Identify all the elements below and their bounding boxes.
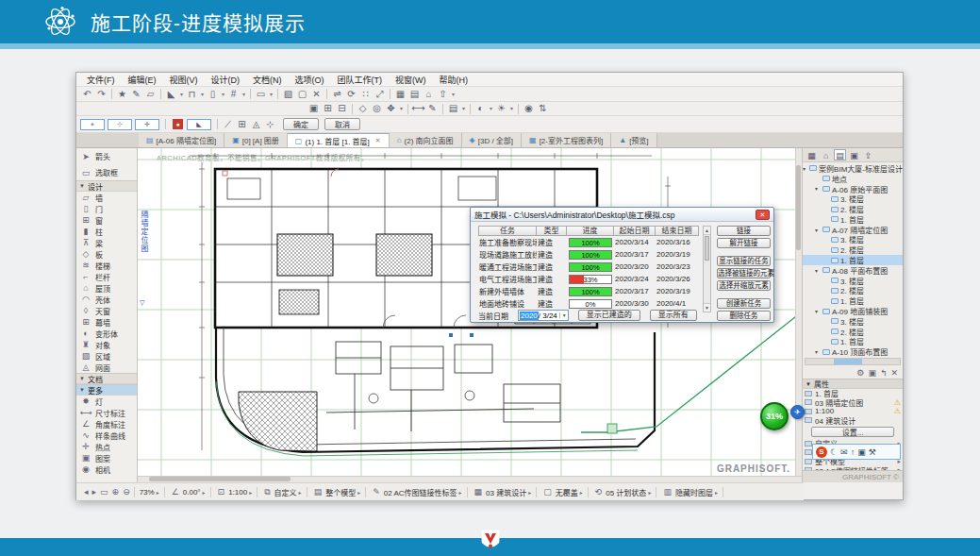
menu-设计[interactable]: 设计(D) (205, 74, 247, 86)
tree-item[interactable]: 2. 楼层 (803, 286, 903, 296)
dropdown-caret-icon[interactable]: ▾ (220, 88, 226, 101)
tool-变形体[interactable]: ◐变形体 (76, 328, 137, 339)
grid-snap-icon[interactable]: ⊞ (321, 102, 335, 115)
story-icon[interactable]: ⊟ (335, 102, 349, 115)
table-scrollbar[interactable]: ▲▼ (703, 226, 711, 312)
menu-视窗[interactable]: 视窗(W) (389, 74, 433, 86)
show-all-button[interactable]: 显示所有 (650, 310, 697, 321)
s-logo-icon[interactable]: S (816, 446, 827, 458)
zoom-out-icon[interactable]: ⊖ (123, 487, 130, 497)
toolbox-section-文档[interactable]: ▼文档 (76, 373, 137, 384)
canvas-vertical-scrollbar[interactable] (795, 148, 802, 482)
tree-item[interactable]: ▾A-07 隔墙定位图 (803, 225, 903, 235)
zoom-fit-icon[interactable]: ▭ (100, 487, 108, 497)
tool-网面[interactable]: ◬网面 (76, 362, 137, 373)
view-tab[interactable]: ▣[0] [A] 图册 (224, 133, 288, 147)
column-header[interactable]: 进度 (567, 226, 614, 236)
table-row[interactable]: 电气工程进场施工建造33%2020/3/242020/3/26 (478, 273, 699, 285)
wall-tool-icon[interactable]: ◣ (164, 88, 178, 101)
snap-field[interactable]: ◣ (187, 119, 211, 130)
column-header[interactable]: 任务 (478, 226, 537, 236)
close-icon[interactable]: ✕ (756, 210, 770, 220)
orbit-icon[interactable]: ◎ (370, 102, 384, 115)
tracker-field[interactable]: ⌖ (80, 119, 105, 130)
dialog-button-选择被链接的元素[interactable]: 选择被链接的元素 (717, 268, 771, 278)
mirror-icon[interactable]: ⇌ (330, 88, 344, 101)
structure-display[interactable]: ▤整个模型▸ (312, 487, 361, 497)
settings-button[interactable]: 设置... (811, 427, 894, 437)
multiply-icon[interactable]: ∷ (358, 88, 373, 101)
dialog-button-解开链接[interactable]: 解开链接 (717, 238, 771, 248)
up-level-icon[interactable]: ↰ (880, 368, 888, 378)
tool-尺寸标注[interactable]: ⟷尺寸标注 (76, 407, 137, 418)
tree-root[interactable]: ▾案例BIM大厦-标准层设计 (803, 163, 903, 174)
tree-item[interactable]: 1. 首层 (803, 337, 903, 347)
home-icon[interactable]: ⌂ (422, 88, 436, 101)
snap-grid-icon[interactable]: ⊞ (235, 118, 249, 131)
ungroup-icon[interactable]: ▤ (407, 88, 422, 101)
table-row[interactable]: 现场道路施工放线建造100%2020/3/172020/3/19 (478, 248, 699, 261)
tool-样条曲线[interactable]: ∿样条曲线 (76, 430, 137, 441)
tool-选取框[interactable]: ▭选取框 (76, 164, 137, 180)
mail-icon[interactable]: ✉ (840, 446, 848, 458)
eraser-icon[interactable]: ▱ (143, 88, 158, 101)
dialog-button-链接[interactable]: 链接 (717, 226, 771, 236)
tree-item[interactable]: ▾A-10 顶面布置图 (803, 346, 903, 357)
dropdown-caret-icon[interactable]: ▾ (199, 88, 206, 101)
view-tab[interactable]: ▲[预览] (611, 133, 656, 147)
tool-对象[interactable]: ♜对象 (76, 339, 137, 350)
scale[interactable]: ⊡1:100▸ (216, 487, 253, 497)
tree-item[interactable]: 3. 楼层 (803, 276, 903, 286)
dialog-button-创建新任务[interactable]: 创建新任务 (717, 298, 771, 309)
graphic-override[interactable]: ▢无覆盖▸ (541, 487, 583, 497)
dropdown-caret-icon[interactable]: ▾ (450, 88, 457, 101)
tool-柱[interactable]: ▮柱 (76, 226, 137, 237)
new-folder-icon[interactable]: ▣ (868, 368, 876, 378)
cancel-button[interactable]: 取消 (324, 118, 360, 130)
grid-tool-icon[interactable]: # (226, 88, 241, 101)
guides-icon[interactable]: ⟋ (221, 118, 235, 131)
dropdown-caret-icon[interactable]: ▾ (460, 102, 467, 115)
dropdown-caret-icon[interactable]: ▾ (508, 102, 515, 115)
tree-item[interactable]: 2. 楼层 (803, 204, 903, 214)
delete-icon[interactable]: ✕ (890, 368, 898, 378)
tool-楼梯[interactable]: ≋楼梯 (76, 260, 137, 271)
group-icon[interactable]: ▦ (393, 88, 407, 101)
dropdown-caret-icon[interactable]: ▾ (488, 102, 494, 115)
property-row[interactable]: 1:100⚠ (803, 407, 903, 416)
publisher-icon[interactable]: ⇪ (862, 149, 874, 160)
view-tab[interactable]: ▤[A-06 隔墙定位图] (139, 133, 224, 147)
ok-button[interactable]: 确定 (283, 118, 319, 130)
pan-right-icon[interactable]: ▸ (92, 487, 97, 497)
properties-header[interactable]: ▼属性 (803, 379, 903, 389)
menu-选项[interactable]: 选项(O) (289, 74, 331, 86)
wrench-icon[interactable]: ⚒ (869, 446, 876, 458)
tree-item[interactable]: 地点 (803, 174, 903, 184)
dropdown-caret-icon[interactable]: ▾ (268, 88, 274, 101)
tree-item[interactable]: 1. 首层 (803, 295, 903, 306)
tool-屋顶[interactable]: ⌂屋顶 (76, 282, 137, 294)
model-view-options[interactable]: ▦03 建筑设计▸ (473, 487, 532, 497)
coords-icon[interactable]: ⊹ (263, 118, 277, 131)
beam-tool-icon[interactable]: ⊓ (185, 88, 199, 101)
rect-tool-icon[interactable]: ▭ (254, 88, 268, 101)
column-header[interactable]: 起始日期 (614, 226, 656, 236)
tree-item[interactable]: 3. 楼层 (803, 235, 903, 245)
zoom-level[interactable]: 73%▸ (140, 488, 159, 497)
magnet-icon[interactable]: ◬ (249, 118, 263, 131)
dimension-icon[interactable]: ⟷ (411, 102, 425, 115)
renovation-filter[interactable]: ⟲05 计划状态▸ (593, 487, 652, 497)
dropdown-caret-icon[interactable]: ▾ (241, 88, 247, 101)
walk-icon[interactable]: ✥ (384, 102, 398, 115)
project-map-icon[interactable]: ⌂ (820, 149, 832, 160)
upload-icon[interactable]: ↑ (851, 446, 855, 458)
tool-幕墙[interactable]: ⊞幕墙 (76, 316, 137, 328)
tool-梁[interactable]: ⊼梁 (76, 237, 137, 248)
moon-icon[interactable]: ☾ (830, 446, 838, 458)
tree-item[interactable]: 3. 楼层 (803, 316, 903, 327)
view-tab[interactable]: ⌂(2) 南向立面图 (390, 133, 462, 147)
close-x-icon[interactable]: ✕ (309, 88, 324, 101)
tool-箭头[interactable]: ➤箭头 (76, 148, 137, 164)
tree-item[interactable]: 1. 首层 (803, 255, 903, 265)
publish-icon[interactable]: ⇧ (436, 88, 450, 101)
